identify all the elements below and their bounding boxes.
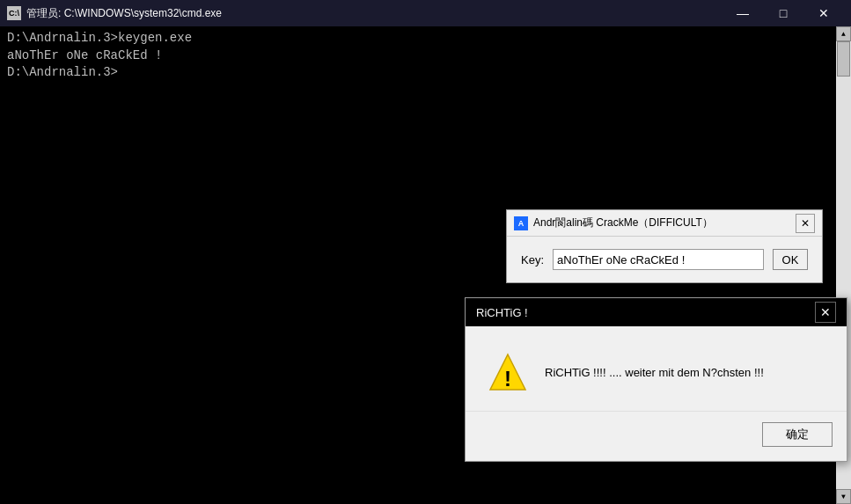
richtig-dialog: RiCHTiG ! ✕ ! RiCHTiG !!!! .... weiter m… <box>465 297 847 462</box>
scrollbar-thumb[interactable] <box>837 41 850 77</box>
crackme-icon: A <box>514 216 528 230</box>
cmd-minimize-button[interactable]: — <box>723 0 763 26</box>
crackme-ok-button[interactable]: OK <box>773 249 808 270</box>
richtig-footer: 确定 <box>466 411 847 461</box>
cmd-title: 管理员: C:\WINDOWS\system32\cmd.exe <box>26 6 717 21</box>
cmd-line-2: aNoThEr oNe cRaCkEd ! <box>7 47 844 65</box>
richtig-ok-button[interactable]: 确定 <box>762 422 833 447</box>
crackme-close-button[interactable]: ✕ <box>796 214 815 233</box>
richtig-close-button[interactable]: ✕ <box>815 302 836 323</box>
crackme-dialog: A Andr閬alin碼 CrackMe（DIFFICULT） ✕ Key: O… <box>506 209 823 283</box>
warning-icon: ! <box>487 351 529 393</box>
cmd-line-3: D:\Andrnalin.3> <box>7 64 844 82</box>
cmd-titlebar: C:\ 管理员: C:\WINDOWS\system32\cmd.exe — □… <box>0 0 851 26</box>
richtig-body: ! RiCHTiG !!!! .... weiter mit dem N?chs… <box>466 326 847 411</box>
scrollbar-down-button[interactable]: ▼ <box>836 489 851 504</box>
scrollbar-up-button[interactable]: ▲ <box>836 26 851 41</box>
crackme-title: Andr閬alin碼 CrackMe（DIFFICULT） <box>533 215 790 230</box>
crackme-titlebar: A Andr閬alin碼 CrackMe（DIFFICULT） ✕ <box>507 210 822 237</box>
crackme-key-label: Key: <box>521 253 544 267</box>
cmd-icon: C:\ <box>7 6 21 20</box>
cmd-line-1: D:\Andrnalin.3>keygen.exe <box>7 30 844 47</box>
richtig-title: RiCHTiG ! <box>476 306 815 319</box>
crackme-key-input[interactable] <box>553 249 764 270</box>
richtig-message: RiCHTiG !!!! .... weiter mit dem N?chste… <box>545 366 764 379</box>
richtig-titlebar: RiCHTiG ! ✕ <box>466 298 847 326</box>
cmd-maximize-button[interactable]: □ <box>763 0 803 26</box>
cmd-close-button[interactable]: ✕ <box>803 0 844 26</box>
crackme-body: Key: OK <box>507 237 822 282</box>
svg-text:!: ! <box>504 367 511 391</box>
cmd-titlebar-buttons: — □ ✕ <box>723 0 844 26</box>
